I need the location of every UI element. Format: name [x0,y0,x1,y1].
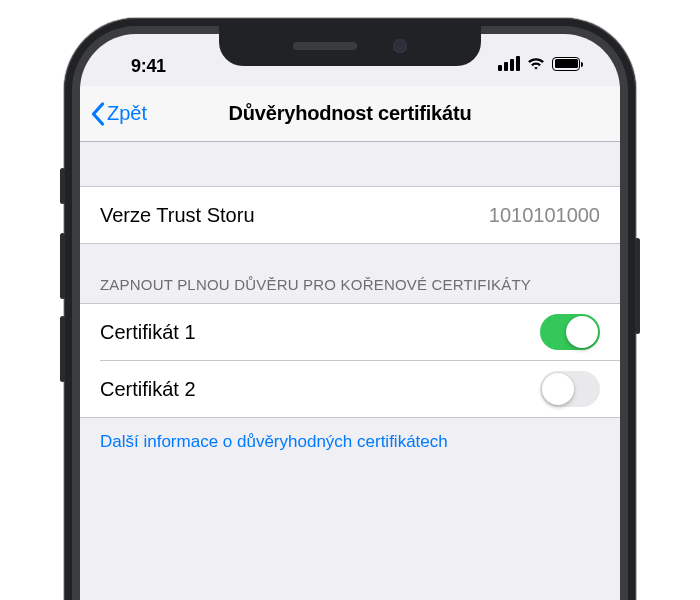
root-certs-group: Certifikát 1 Certifikát 2 [80,303,620,418]
cellular-signal-icon [498,56,520,71]
cert-row-1: Certifikát 1 [80,304,620,360]
cert-toggle-1[interactable] [540,314,600,350]
trust-store-value: 1010101000 [489,204,600,227]
cert-label: Certifikát 1 [100,321,196,344]
trust-store-label: Verze Trust Storu [100,204,255,227]
front-camera-icon [393,39,407,53]
side-button-silent [60,168,65,204]
status-time: 9:41 [108,56,166,77]
chevron-left-icon [90,102,105,126]
trust-store-group: Verze Trust Storu 1010101000 [80,186,620,244]
root-certs-header: ZAPNOUT PLNOU DŮVĚRU PRO KOŘENOVÉ CERTIF… [80,244,620,303]
wifi-icon [526,56,546,71]
cert-label: Certifikát 2 [100,378,196,401]
trust-store-row: Verze Trust Storu 1010101000 [80,187,620,243]
back-button[interactable]: Zpět [90,102,147,126]
battery-icon [552,57,580,71]
nav-bar: Zpět Důvěryhodnost certifikátu [80,86,620,142]
screen: 9:41 [80,34,620,600]
settings-content: Verze Trust Storu 1010101000 ZAPNOUT PLN… [80,142,620,452]
notch [219,26,481,66]
cert-row-2: Certifikát 2 [80,361,620,417]
side-button-power [635,238,640,334]
cert-toggle-2[interactable] [540,371,600,407]
page-title: Důvěryhodnost certifikátu [80,102,620,125]
more-info-link[interactable]: Další informace o důvěryhodných certifik… [80,418,620,452]
side-button-vol-down [60,316,65,382]
device-frame: 9:41 [64,18,636,600]
earpiece-speaker [293,42,357,50]
side-button-vol-up [60,233,65,299]
back-label: Zpět [107,102,147,125]
